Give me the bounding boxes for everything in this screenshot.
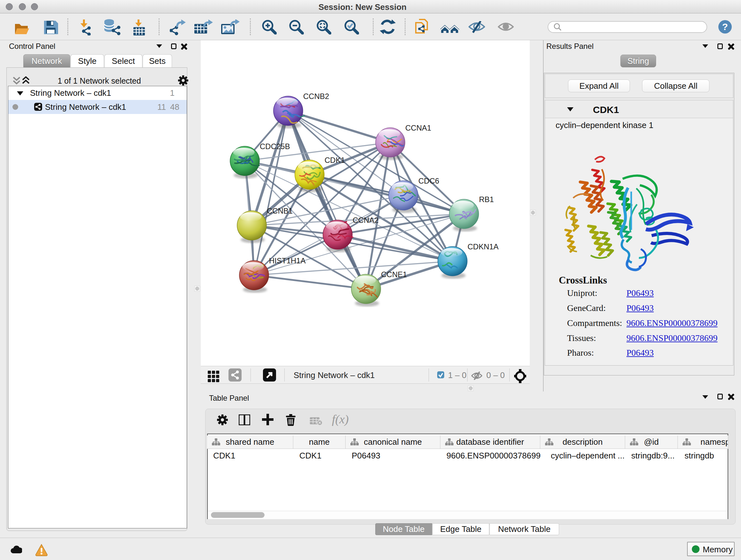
svg-text:CDC6: CDC6 (418, 177, 439, 185)
svg-text:CCNE1: CCNE1 (381, 270, 407, 279)
svg-text:CCNA1: CCNA1 (405, 124, 431, 132)
svg-text:?: ? (722, 21, 728, 32)
svg-text:CCNA2: CCNA2 (353, 216, 379, 225)
svg-text:CDKN1A: CDKN1A (468, 242, 498, 251)
svg-text:HIST1H1A: HIST1H1A (269, 256, 306, 265)
svg-text:CDK1: CDK1 (325, 156, 345, 165)
svg-text:CDC25B: CDC25B (260, 142, 290, 151)
svg-text:RB1: RB1 (479, 195, 494, 204)
svg-text:CCNB2: CCNB2 (303, 92, 329, 101)
svg-text:CCNB1: CCNB1 (267, 206, 293, 215)
